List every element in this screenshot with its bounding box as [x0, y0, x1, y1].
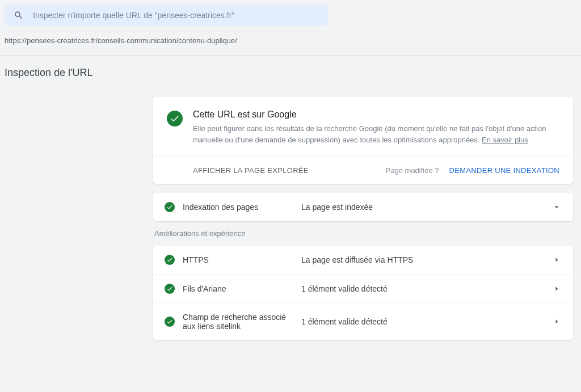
https-row[interactable]: HTTPS La page est diffusée via HTTPS: [153, 246, 573, 274]
enhancements-card: HTTPS La page est diffusée via HTTPS Fil…: [153, 246, 573, 340]
request-indexing-button[interactable]: DEMANDER UNE INDEXATION: [449, 166, 559, 175]
status-description: Elle peut figurer dans les résultats de …: [193, 123, 559, 145]
checkmark-icon: [165, 284, 175, 294]
breadcrumbs-row[interactable]: Fils d'Ariane 1 élément valide détecté: [153, 274, 573, 303]
page-title: Inspection de l'URL: [0, 56, 581, 86]
row-label: Champ de recherche associé aux liens sit…: [183, 313, 293, 331]
view-crawled-page-button[interactable]: AFFICHER LA PAGE EXPLORÉE: [193, 166, 309, 175]
enhancements-heading: Améliorations et expérience: [154, 229, 573, 238]
row-value: La page est diffusée via HTTPS: [301, 255, 544, 264]
search-bar[interactable]: [5, 5, 328, 26]
checkmark-icon: [165, 202, 175, 212]
status-card: Cette URL est sur Google Elle peut figur…: [153, 97, 573, 184]
indexing-label: Indexation des pages: [183, 203, 293, 212]
status-title: Cette URL est sur Google: [193, 109, 559, 120]
checkmark-icon: [165, 317, 175, 327]
row-value: 1 élément valide détecté: [301, 317, 544, 326]
page-modified-label: Page modifiée ?: [386, 166, 439, 175]
chevron-down-icon: [551, 202, 562, 212]
indexing-card: Indexation des pages La page est indexée: [153, 193, 573, 221]
checkmark-icon: [165, 255, 175, 265]
checkmark-icon: [167, 111, 183, 127]
row-label: Fils d'Ariane: [183, 284, 293, 293]
inspected-url: https://pensees-creatrices.fr/conseils-c…: [0, 26, 581, 56]
chevron-right-icon: [551, 284, 562, 294]
indexing-row[interactable]: Indexation des pages La page est indexée: [153, 193, 573, 221]
row-value: 1 élément valide détecté: [301, 284, 544, 293]
row-label: HTTPS: [183, 255, 293, 264]
learn-more-link[interactable]: En savoir plus: [482, 136, 528, 144]
search-input[interactable]: [33, 11, 319, 20]
chevron-right-icon: [551, 317, 562, 327]
indexing-value: La page est indexée: [301, 203, 544, 212]
sitelinks-search-row[interactable]: Champ de recherche associé aux liens sit…: [153, 303, 573, 340]
search-icon: [14, 10, 24, 20]
chevron-right-icon: [551, 255, 562, 265]
